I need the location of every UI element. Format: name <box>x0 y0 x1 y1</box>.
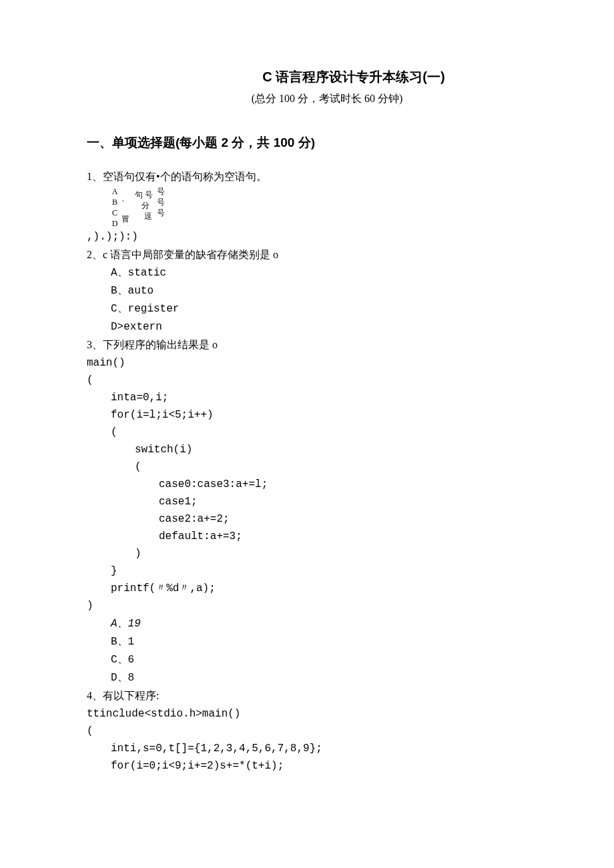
q4-code: ttinclude<stdio.h>main() <box>87 706 527 722</box>
q3-code: ( <box>135 459 527 475</box>
page-subtitle: (总分 100 分，考试时长 60 分钟) <box>127 91 527 107</box>
q3-code: ) <box>87 598 527 614</box>
q3-opt-d: D、8 <box>111 670 527 686</box>
q3-code: ( <box>111 424 527 440</box>
section-heading: 一、单项选择题(每小题 2 分，共 100 分) <box>87 133 527 153</box>
q3-opt-b: B、1 <box>111 634 527 650</box>
q4-code: inti,s=0,t[]={1,2,3,4,5,6,7,8,9}; <box>111 741 527 757</box>
q2-opt-c: C、register <box>111 301 527 317</box>
q3-code: } <box>111 563 527 579</box>
q1-options: ABCD 、冒 句 号 分 逗 号 号 号 <box>111 187 527 227</box>
q1-col2: 句 号 分 逗 <box>135 191 153 223</box>
q2-opt-d: D>extern <box>111 319 527 335</box>
q3-code: main() <box>87 355 527 371</box>
q3-code: default:a+=3; <box>159 528 527 544</box>
q2-opt-b: B、auto <box>111 283 527 299</box>
q3-opt-a: A、19 <box>111 616 527 632</box>
q3-code: case2:a+=2; <box>159 511 527 527</box>
q3-code: inta=0,i; <box>111 390 527 406</box>
q3-stem: 3、下列程序的输出结果是 o <box>87 337 527 353</box>
q1-labels: ABCD <box>111 187 119 227</box>
q3-code: ( <box>87 372 527 388</box>
q4-stem: 4、有以下程序: <box>87 688 527 704</box>
q2-opt-a: A、static <box>111 265 527 281</box>
q1-tail: ,).);):) <box>87 229 527 245</box>
q3-code: switch(i) <box>135 442 527 458</box>
page-title: C 语言程序设计专升本练习(一) <box>180 67 527 87</box>
q1-stem: 1、空语句仅有•个的语句称为空语句。 <box>87 169 527 185</box>
q3-opt-c: C、6 <box>111 652 527 668</box>
q4-code: ( <box>87 723 527 739</box>
q3-code: case0:case3:a+=l; <box>159 476 527 492</box>
q4-code: for(i=0;i<9;i+=2)s+=*(t+i); <box>111 758 527 774</box>
q3-code: ) <box>135 546 527 562</box>
q3-code: printf(〃%d〃,a); <box>111 580 527 596</box>
q1-col1: 、冒 <box>121 199 129 210</box>
q3-code: case1; <box>159 494 527 510</box>
q1-col3: 号 号 号 <box>157 187 165 220</box>
q3-code: for(i=l;i<5;i++) <box>111 407 527 423</box>
q2-stem: 2、c 语言中局部变量的缺省存储类别是 o <box>87 247 527 263</box>
